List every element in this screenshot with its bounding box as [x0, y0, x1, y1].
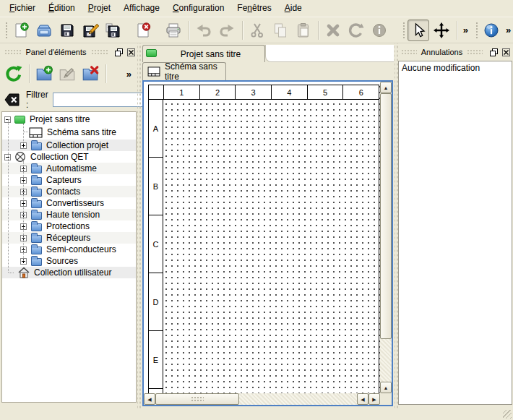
toolbar-drag-handle[interactable]: [475, 21, 479, 40]
dock-handle-texture[interactable]: [401, 49, 417, 55]
tab-schema-sans-titre[interactable]: Schéma sans titre: [142, 62, 226, 80]
resize-grip[interactable]: [503, 410, 512, 419]
expand-icon[interactable]: [20, 200, 27, 207]
schema-canvas[interactable]: 1 2 3 4 5 6 A B C D E: [144, 82, 380, 393]
expand-icon[interactable]: [20, 189, 27, 195]
element-info-button[interactable]: [368, 20, 390, 41]
expand-icon[interactable]: [20, 177, 27, 184]
copy-button[interactable]: [270, 20, 291, 41]
reload-collections-button[interactable]: [3, 63, 25, 85]
close-dock-button[interactable]: [126, 47, 137, 57]
float-dock-button[interactable]: [113, 47, 124, 57]
expand-icon[interactable]: [20, 247, 27, 253]
tree-item-semi-conducteurs[interactable]: Semi-conducteurs: [2, 244, 136, 255]
selection-mode-button[interactable]: [408, 20, 429, 41]
cut-button[interactable]: [246, 20, 268, 41]
horizontal-scroll-thumb[interactable]: [155, 393, 239, 405]
vertical-scrollbar: ▲ ▲ ▼: [380, 82, 392, 405]
column-label: 6: [342, 85, 379, 99]
tree-item-contacts[interactable]: Contacts: [2, 186, 136, 197]
collapse-icon[interactable]: [4, 154, 11, 160]
tree-item-haute-tension[interactable]: Haute tension: [2, 209, 136, 220]
close-project-button[interactable]: [132, 20, 154, 41]
horizontal-scroll-track[interactable]: [239, 393, 357, 405]
tree-item-collection-utilisateur[interactable]: Collection utilisateur: [2, 267, 136, 278]
folder-icon: [31, 187, 42, 197]
expand-icon[interactable]: [20, 258, 27, 265]
menu-affichage[interactable]: Affichage: [117, 0, 166, 17]
dock-handle-texture[interactable]: [4, 49, 21, 55]
toolbar-drag-handle[interactable]: [402, 21, 406, 40]
menu-fenetres[interactable]: Fenêtres: [230, 0, 277, 17]
undo-button[interactable]: [193, 20, 215, 41]
save-all-icon: [104, 22, 121, 39]
scroll-up-button[interactable]: ▲: [380, 82, 392, 93]
tab-projet-sans-titre[interactable]: Projet sans titre: [142, 45, 265, 62]
redo-button[interactable]: [216, 20, 238, 41]
new-document-button[interactable]: [10, 20, 32, 41]
rotate-button[interactable]: [345, 20, 367, 41]
tree-item-projet-sans-titre[interactable]: Projet sans titre: [2, 113, 136, 125]
menu-edition[interactable]: Édition: [42, 0, 82, 17]
filter-row: Filtrer :: [0, 91, 138, 108]
about-info-button[interactable]: [480, 20, 502, 41]
folder-icon: [31, 210, 42, 220]
scroll-left-button[interactable]: ◀: [144, 393, 155, 405]
vertical-scroll-track[interactable]: [380, 339, 392, 382]
tree-item-protections[interactable]: Protections: [2, 220, 136, 232]
menu-configuration[interactable]: Configuration: [166, 0, 230, 17]
horizontal-scrollbar: ◀ ◀ ▶: [144, 393, 380, 405]
tree-item-collection-projet[interactable]: Collection projet: [2, 140, 136, 151]
row-label: C: [149, 215, 163, 273]
scroll-left-button[interactable]: ◀: [357, 393, 368, 405]
save-button[interactable]: [56, 20, 78, 41]
expand-icon[interactable]: [20, 223, 27, 230]
save-all-button[interactable]: [102, 20, 124, 41]
tree-item-convertisseurs[interactable]: Convertisseurs: [2, 197, 136, 209]
edit-category-button[interactable]: [56, 63, 78, 85]
menu-fichier[interactable]: Fichier: [3, 0, 42, 17]
print-button[interactable]: [163, 20, 184, 41]
menu-projet[interactable]: Projet: [82, 0, 117, 17]
vertical-scroll-thumb[interactable]: [380, 93, 392, 339]
dock-handle-texture[interactable]: [467, 49, 483, 55]
tree-item-schema-sans-titre[interactable]: Schéma sans titre: [2, 125, 136, 140]
row-label: D: [149, 273, 163, 331]
tree-item-automatisme[interactable]: Automatisme: [2, 163, 136, 174]
info-blue-icon: [483, 22, 500, 39]
home-icon: [18, 267, 30, 278]
clear-filter-button[interactable]: [4, 93, 20, 107]
toolbar-drag-handle[interactable]: [4, 21, 9, 40]
tree-item-recepteurs[interactable]: Récepteurs: [2, 232, 136, 244]
close-dock-button[interactable]: [501, 47, 512, 57]
overflow-chevron-icon[interactable]: »: [504, 25, 513, 35]
delete-button[interactable]: [322, 20, 344, 41]
delete-category-button[interactable]: [79, 63, 101, 85]
folder-icon: [31, 245, 42, 254]
collapse-icon[interactable]: [4, 116, 11, 123]
expand-icon[interactable]: [20, 142, 27, 149]
project-tab-label: Projet sans titre: [157, 49, 264, 59]
undo-list-item[interactable]: Aucune modification: [399, 61, 512, 74]
main-toolbar: » »: [0, 17, 513, 43]
save-as-button[interactable]: [79, 20, 101, 41]
pan-mode-button[interactable]: [431, 20, 452, 41]
expand-icon[interactable]: [20, 235, 27, 241]
tree-item-sources[interactable]: Sources: [2, 255, 136, 267]
paste-button[interactable]: [293, 20, 314, 41]
tab-bar-empty-area: [265, 45, 394, 62]
dock-handle-texture[interactable]: [91, 49, 108, 55]
overflow-chevron-icon[interactable]: »: [461, 25, 470, 35]
ruler-corner: [149, 85, 163, 100]
menu-aide[interactable]: Aide: [278, 0, 309, 17]
tree-item-collection-qet[interactable]: Collection QET: [2, 151, 136, 163]
new-category-button[interactable]: [33, 63, 55, 85]
float-dock-button[interactable]: [488, 47, 499, 57]
overflow-chevron-icon[interactable]: »: [124, 69, 134, 80]
expand-icon[interactable]: [20, 212, 27, 218]
tree-item-capteurs[interactable]: Capteurs: [2, 174, 136, 186]
scroll-right-button[interactable]: ▶: [368, 393, 380, 405]
open-project-button[interactable]: [33, 20, 55, 41]
scroll-up-button[interactable]: ▲: [380, 382, 392, 393]
expand-icon[interactable]: [20, 166, 27, 172]
